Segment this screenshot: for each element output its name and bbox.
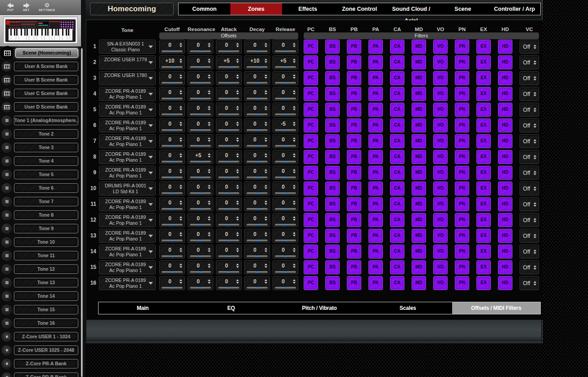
- spinner-arrows[interactable]: [180, 90, 182, 95]
- cutoff-offset-spinner[interactable]: 0: [159, 276, 185, 290]
- offset-slider-track[interactable]: [218, 177, 239, 178]
- offset-slider-track[interactable]: [247, 177, 268, 178]
- offset-slider-track[interactable]: [275, 177, 296, 178]
- spinner-arrows[interactable]: [180, 232, 182, 236]
- offset-slider-track[interactable]: [275, 145, 296, 147]
- release-offset-spinner[interactable]: 0: [273, 229, 298, 243]
- release-offset-spinner[interactable]: 0: [273, 245, 298, 259]
- midi-filter-button-hd[interactable]: HD: [498, 71, 512, 85]
- midi-filter-button-pa[interactable]: PA: [368, 150, 383, 164]
- offset-slider-thumb[interactable]: [199, 224, 202, 226]
- vc-select[interactable]: Off: [520, 71, 539, 85]
- midi-filter-button-vo[interactable]: VO: [433, 260, 448, 274]
- midi-filter-button-vo[interactable]: VO: [433, 71, 448, 85]
- offset-slider-thumb[interactable]: [199, 66, 202, 68]
- resonance-offset-spinner[interactable]: 0: [188, 166, 213, 180]
- offset-slider-track[interactable]: [190, 208, 211, 210]
- offset-slider-thumb[interactable]: [228, 192, 230, 194]
- offset-slider-thumb[interactable]: [256, 145, 258, 147]
- midi-filter-button-ca[interactable]: CA: [390, 260, 404, 274]
- midi-filter-button-md[interactable]: MD: [412, 134, 426, 148]
- midi-filter-button-hd[interactable]: HD: [498, 245, 512, 259]
- sidebar-item[interactable]: Tone 5: [0, 170, 81, 179]
- decay-offset-spinner[interactable]: 0: [244, 276, 270, 290]
- offset-slider-track[interactable]: [218, 192, 239, 194]
- midi-filter-button-ex[interactable]: EX: [476, 166, 491, 180]
- midi-filter-button-hd[interactable]: HD: [498, 276, 512, 290]
- spinner-arrows[interactable]: [208, 153, 211, 158]
- spinner-arrows[interactable]: [236, 263, 239, 268]
- release-offset-spinner[interactable]: 0: [273, 40, 298, 54]
- spinner-arrows[interactable]: [534, 108, 536, 112]
- tone-select[interactable]: ZCORE PR-A 0189 Ac Pop Piano 1: [99, 87, 156, 101]
- offset-slider-track[interactable]: [190, 145, 211, 147]
- offset-slider-track[interactable]: [162, 192, 183, 194]
- midi-filter-button-pa[interactable]: PA: [368, 276, 383, 290]
- offset-slider-thumb[interactable]: [283, 129, 285, 131]
- offset-slider-thumb[interactable]: [256, 208, 258, 210]
- spinner-arrows[interactable]: [534, 155, 536, 159]
- offset-slider-thumb[interactable]: [284, 98, 287, 100]
- midi-filter-button-pb[interactable]: PB: [347, 213, 361, 227]
- spinner-arrows[interactable]: [236, 200, 239, 205]
- spinner-arrows[interactable]: [265, 59, 267, 63]
- tone-select[interactable]: ZCORE PR-A 0189 Ac Pop Piano 1: [99, 213, 156, 227]
- cutoff-offset-spinner[interactable]: 0: [159, 166, 185, 180]
- sidebar-item[interactable]: Tone 10: [0, 237, 81, 247]
- midi-filter-button-bs[interactable]: BS: [325, 260, 340, 274]
- midi-filter-button-ex[interactable]: EX: [476, 103, 491, 117]
- vc-select[interactable]: Off: [520, 166, 539, 180]
- resonance-offset-spinner[interactable]: 0: [188, 245, 213, 259]
- offset-slider-track[interactable]: [218, 287, 239, 289]
- spinner-arrows[interactable]: [208, 90, 211, 95]
- midi-filter-button-pn[interactable]: PN: [455, 40, 469, 54]
- offset-slider-thumb[interactable]: [256, 161, 258, 163]
- offset-slider-thumb[interactable]: [284, 240, 287, 241]
- midi-filter-button-pc[interactable]: PC: [304, 134, 318, 148]
- offset-slider-thumb[interactable]: [284, 177, 287, 178]
- spinner-arrows[interactable]: [236, 232, 239, 236]
- sidebar-item[interactable]: Tone 2: [0, 129, 81, 139]
- offset-slider-track[interactable]: [162, 287, 183, 289]
- spinner-arrows[interactable]: [265, 106, 267, 110]
- offset-slider-thumb[interactable]: [199, 177, 202, 178]
- offset-slider-track[interactable]: [275, 114, 296, 115]
- midi-filter-button-ca[interactable]: CA: [390, 245, 404, 259]
- midi-filter-button-vo[interactable]: VO: [433, 150, 448, 164]
- spinner-arrows[interactable]: [208, 279, 211, 284]
- midi-filter-button-pn[interactable]: PN: [455, 276, 469, 290]
- midi-filter-button-pb[interactable]: PB: [347, 197, 361, 211]
- offset-slider-thumb[interactable]: [284, 271, 287, 273]
- release-offset-spinner[interactable]: 0: [273, 166, 298, 180]
- release-offset-spinner[interactable]: 0: [273, 182, 298, 195]
- offset-slider-thumb[interactable]: [199, 129, 202, 131]
- spinner-arrows[interactable]: [180, 169, 182, 173]
- midi-filter-button-hd[interactable]: HD: [498, 182, 512, 195]
- spinner-arrows[interactable]: [293, 279, 296, 284]
- offset-slider-track[interactable]: [190, 98, 211, 100]
- midi-filter-button-pn[interactable]: PN: [455, 213, 469, 227]
- offset-slider-track[interactable]: [247, 145, 268, 147]
- offset-slider-track[interactable]: [275, 192, 296, 194]
- attack-offset-spinner[interactable]: 0: [216, 260, 242, 274]
- midi-filter-button-bs[interactable]: BS: [325, 229, 340, 243]
- midi-filter-button-pb[interactable]: PB: [347, 150, 361, 164]
- attack-offset-spinner[interactable]: +5: [216, 55, 242, 69]
- offset-slider-thumb[interactable]: [199, 240, 202, 241]
- midi-filter-button-pa[interactable]: PA: [368, 103, 383, 117]
- decay-offset-spinner[interactable]: 0: [244, 103, 270, 117]
- spinner-arrows[interactable]: [236, 185, 239, 189]
- sidebar-item[interactable]: User C Scene Bank: [0, 89, 81, 98]
- midi-filter-button-pn[interactable]: PN: [455, 55, 469, 69]
- cutoff-offset-spinner[interactable]: 0: [159, 197, 185, 211]
- offset-slider-thumb[interactable]: [199, 208, 202, 210]
- spinner-arrows[interactable]: [180, 279, 182, 284]
- midi-filter-button-pc[interactable]: PC: [304, 103, 318, 117]
- spinner-arrows[interactable]: [236, 43, 239, 47]
- midi-filter-button-vo[interactable]: VO: [433, 40, 448, 54]
- offset-slider-track[interactable]: [247, 224, 268, 226]
- vc-select[interactable]: Off: [520, 134, 539, 148]
- offset-slider-thumb[interactable]: [256, 240, 258, 241]
- spinner-arrows[interactable]: [293, 106, 296, 110]
- spinner-arrows[interactable]: [236, 169, 239, 173]
